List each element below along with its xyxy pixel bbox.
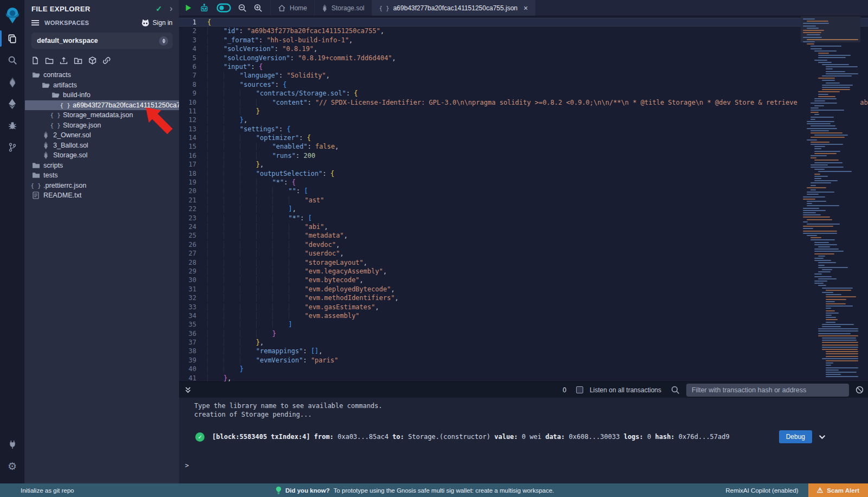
code-line[interactable]: 22 ], (179, 205, 868, 213)
transaction-log-row[interactable]: ✓ [block:5583405 txIndex:4] from: 0xa03.… (179, 429, 868, 444)
tree-item[interactable]: 2_Owner.sol (25, 130, 179, 141)
zoom-in-icon[interactable] (254, 4, 263, 12)
tree-item[interactable]: { }Storage.json (25, 120, 179, 131)
minimap[interactable] (801, 16, 860, 381)
code-line[interactable]: 40 } (179, 365, 868, 373)
new-folder-icon[interactable] (45, 57, 54, 65)
code-line[interactable]: 25 "metadata", (179, 231, 868, 240)
tree-item[interactable]: { }.prettierrc.json (25, 181, 179, 191)
tree-item[interactable]: { }Storage_metadata.json (25, 110, 179, 120)
tab-storage-sol[interactable]: Storage.sol (315, 0, 372, 16)
code-line[interactable]: 13 "settings": { (179, 125, 868, 133)
sign-in-button[interactable]: Sign in (141, 19, 173, 27)
hamburger-menu-icon[interactable] (31, 20, 39, 26)
terminal-prompt[interactable]: > (185, 462, 189, 469)
code-line[interactable]: 18 "outputSelection": { (179, 169, 868, 178)
new-file-icon[interactable] (31, 56, 39, 65)
tree-item[interactable]: tests (25, 170, 179, 181)
code-line[interactable]: 28 "storageLayout", (179, 258, 868, 267)
code-line[interactable]: 8 "sources": { (179, 80, 868, 89)
tab-a69b43f277ba20fcac141151250ca755-json[interactable]: { }a69b43f277ba20fcac141151250ca755.json… (372, 0, 535, 16)
code-line[interactable]: 35 ] (179, 320, 868, 329)
code-line[interactable]: 41 }, (179, 374, 868, 381)
remix-logo-icon[interactable] (0, 3, 25, 28)
code-line[interactable]: 34 "evm.assembly" (179, 311, 868, 320)
upload-folder-icon[interactable] (74, 57, 82, 65)
git-init-button[interactable]: Initialize as git repo (0, 487, 74, 494)
code-line[interactable]: 39 "evmVersion": "paris" (179, 356, 868, 365)
run-script-icon[interactable] (184, 4, 192, 12)
code-line[interactable]: 32 "evm.methodIdentifiers", (179, 294, 868, 302)
tree-item[interactable]: README.txt (25, 190, 179, 201)
code-line[interactable]: 37 }, (179, 338, 868, 347)
code-line[interactable]: 11 } (179, 107, 868, 116)
tree-item[interactable]: build-info (25, 90, 179, 100)
code-line[interactable]: 26 "devdoc", (179, 240, 868, 249)
link-icon[interactable] (103, 56, 111, 65)
solidity-compiler-icon[interactable] (0, 71, 25, 93)
code-line[interactable]: 38 "remappings": [], (179, 347, 868, 355)
tree-item[interactable]: Storage.sol (25, 150, 179, 161)
debug-button[interactable]: Debug (779, 430, 812, 443)
search-icon[interactable] (0, 49, 25, 71)
listen-checkbox[interactable] (576, 386, 583, 393)
code-line[interactable]: 31 "evm.deployedBytecode", (179, 285, 868, 294)
code-line[interactable]: 5 "solcLongVersion": "0.8.19+commit.7dd6… (179, 54, 868, 62)
deploy-and-run-icon[interactable] (0, 93, 25, 114)
clear-console-icon[interactable] (856, 386, 864, 394)
code-line[interactable]: 29 "evm.legacyAssembly", (179, 267, 868, 276)
collapse-terminal-icon[interactable] (184, 386, 192, 394)
code-line[interactable]: 27 "userdoc", (179, 249, 868, 258)
tx-field-label: to: (392, 433, 404, 441)
code-line[interactable]: 3 "_format": "hh-sol-build-info-1", (179, 36, 868, 44)
code-line[interactable]: 20 "": [ (179, 187, 868, 195)
ai-robot-icon[interactable] (199, 3, 209, 13)
code-line[interactable]: 10 "content": "// SPDX-License-Identifie… (179, 98, 868, 107)
code-line[interactable]: 36 } (179, 329, 868, 338)
tx-filter-input[interactable] (686, 384, 849, 397)
terminal[interactable]: Type the library name to see available c… (179, 398, 868, 483)
code-line[interactable]: 7 "language": "Solidity", (179, 71, 868, 80)
chevron-right-icon[interactable]: › (170, 6, 173, 11)
plugin-manager-icon[interactable] (0, 434, 25, 455)
code-line[interactable]: 12 }, (179, 116, 868, 124)
tree-item[interactable]: artifacts (25, 80, 179, 91)
ipfs-box-icon[interactable] (88, 56, 97, 65)
code-line[interactable]: 21 "ast" (179, 196, 868, 205)
tab-home[interactable]: Home (270, 0, 315, 16)
zoom-out-icon[interactable] (238, 4, 247, 12)
code-line[interactable]: 17 }, (179, 160, 868, 169)
code-line[interactable]: 1{ (179, 18, 868, 27)
minimap-line (814, 151, 840, 152)
upload-file-icon[interactable] (60, 56, 68, 65)
tree-item[interactable]: scripts (25, 161, 179, 171)
code-line[interactable]: 14 "optimizer": { (179, 133, 868, 142)
toggle-icon[interactable] (216, 3, 231, 12)
file-explorer-icon[interactable] (0, 28, 25, 49)
code-line[interactable]: 15 "enabled": false, (179, 142, 868, 151)
code-line[interactable]: 6 "input": { (179, 62, 868, 71)
code-line[interactable]: 2 "id": "a69b43f277ba20fcac141151250ca75… (179, 27, 868, 35)
indent-guide (207, 196, 224, 204)
git-icon[interactable] (0, 136, 25, 158)
code-line[interactable]: 33 "evm.gasEstimates", (179, 303, 868, 311)
code-line[interactable]: 30 "evm.bytecode", (179, 276, 868, 284)
code-line[interactable]: 4 "solcVersion": "0.8.19", (179, 44, 868, 53)
debugger-icon[interactable] (0, 114, 25, 136)
settings-gear-icon[interactable]: ⚙ (0, 455, 25, 477)
minimap-slider[interactable] (801, 16, 860, 42)
tree-item[interactable]: contracts (25, 70, 179, 80)
code-line[interactable]: 16 "runs": 200 (179, 151, 868, 160)
tree-item[interactable]: 3_Ballot.sol (25, 141, 179, 151)
code-line[interactable]: 19 "*": { (179, 178, 868, 187)
expand-tx-icon[interactable] (819, 435, 826, 439)
workspace-select[interactable]: default_workspace (31, 33, 173, 49)
code-line[interactable]: 23 "*": [ (179, 214, 868, 222)
code-line[interactable]: 9 "contracts/Storage.sol": { (179, 89, 868, 98)
code-line[interactable]: 24 "abi", (179, 222, 868, 231)
scam-alert-button[interactable]: ⚠ Scam Alert (808, 483, 868, 497)
code-editor[interactable]: 1{2 "id": "a69b43f277ba20fcac141151250ca… (179, 16, 868, 381)
copilot-status[interactable]: RemixAI Copilot (enabled) (725, 487, 808, 494)
close-tab-icon[interactable]: × (524, 4, 528, 12)
tree-item[interactable]: { }a69b43f277ba20fcac141151250ca7... (25, 100, 179, 111)
